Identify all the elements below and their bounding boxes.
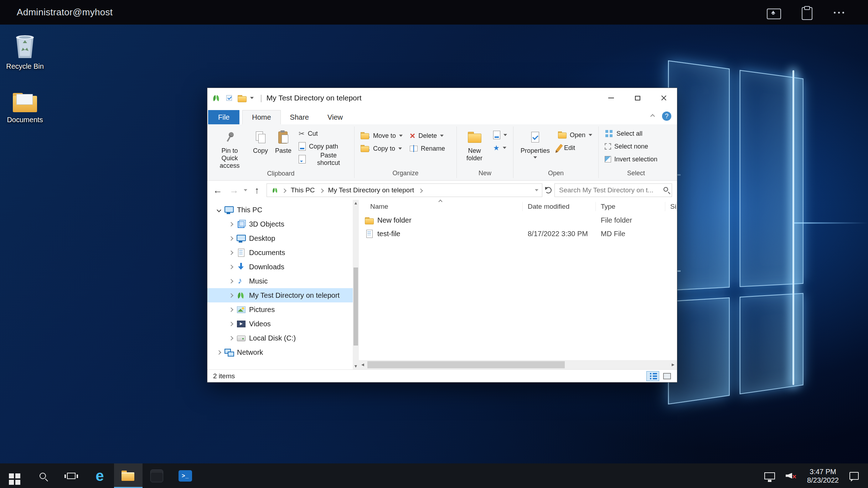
tree-item-documents[interactable]: Documents xyxy=(207,245,359,260)
horizontal-scrollbar-thumb[interactable] xyxy=(367,361,565,368)
tree-item-this-pc[interactable]: This PC xyxy=(207,203,359,217)
file-explorer-button[interactable] xyxy=(114,463,143,488)
select-none-button[interactable]: Select none xyxy=(601,140,651,153)
internet-explorer-button[interactable]: e xyxy=(86,463,114,488)
select-all-button[interactable]: Select all xyxy=(601,127,646,140)
refresh-icon[interactable] xyxy=(545,187,552,193)
properties-button[interactable]: Properties xyxy=(516,127,554,159)
new-folder-qat-icon[interactable] xyxy=(237,93,246,103)
edit-button[interactable]: Edit xyxy=(555,141,595,154)
minimize-button[interactable] xyxy=(598,88,624,108)
cut-button[interactable]: ✂ Cut xyxy=(295,127,351,140)
chevron-right-icon[interactable] xyxy=(229,322,233,326)
up-button[interactable]: ↑ xyxy=(250,185,264,196)
forward-button[interactable]: → xyxy=(227,185,241,196)
tree-item-videos[interactable]: Videos xyxy=(207,317,359,331)
tree-scrollbar[interactable]: ▲ ▼ xyxy=(353,200,359,369)
tab-share[interactable]: Share xyxy=(281,110,318,124)
close-button[interactable] xyxy=(651,88,677,108)
breadcrumb-current-folder[interactable]: My Test Directory on teleport xyxy=(326,186,416,194)
tree-item-music[interactable]: Music xyxy=(207,274,359,288)
column-header-size[interactable]: Size xyxy=(665,202,677,211)
maximize-button[interactable] xyxy=(624,88,651,108)
scroll-down-icon[interactable]: ▼ xyxy=(353,363,359,369)
properties-qat-icon[interactable] xyxy=(225,94,233,102)
new-folder-button[interactable]: New folder xyxy=(460,127,489,162)
action-center-icon[interactable] xyxy=(849,472,859,480)
chevron-right-icon[interactable] xyxy=(229,265,233,269)
breadcrumb[interactable]: This PC My Test Directory on teleport xyxy=(267,183,542,197)
share-folder-icon[interactable] xyxy=(767,6,781,19)
volume-muted-icon[interactable] xyxy=(786,472,796,480)
tree-item-downloads[interactable]: Downloads xyxy=(207,260,359,274)
chevron-right-icon[interactable] xyxy=(217,350,221,355)
copy-path-button[interactable]: Copy path xyxy=(295,140,351,153)
dark-app-button[interactable] xyxy=(143,463,171,488)
tree-item-my-test-directory[interactable]: My Test Directory on teleport xyxy=(207,288,359,302)
breadcrumb-chevron-icon[interactable] xyxy=(282,188,286,193)
remote-display-icon[interactable] xyxy=(764,472,775,479)
tab-file[interactable]: File xyxy=(208,110,239,124)
back-button[interactable]: ← xyxy=(211,185,224,196)
window-titlebar[interactable]: | My Test Directory on teleport xyxy=(207,88,677,108)
copy-to-button[interactable]: Copy to xyxy=(357,142,406,155)
chevron-right-icon[interactable] xyxy=(229,279,233,284)
tree-scrollbar-thumb[interactable] xyxy=(353,268,358,346)
start-button[interactable] xyxy=(0,463,29,488)
tab-view[interactable]: View xyxy=(318,110,352,124)
tree-item-local-disk-c[interactable]: Local Disk (C:) xyxy=(207,331,359,345)
taskbar-clock[interactable]: 3:47 PM 8/23/2022 xyxy=(807,467,839,484)
invert-selection-button[interactable]: Invert selection xyxy=(601,153,661,166)
tree-item-pictures[interactable]: Pictures xyxy=(207,302,359,317)
search-input[interactable] xyxy=(555,184,672,197)
breadcrumb-chevron-icon[interactable] xyxy=(319,188,324,193)
tab-home[interactable]: Home xyxy=(242,110,280,124)
search-icon[interactable] xyxy=(663,187,668,192)
desktop-icon-documents[interactable]: Documents xyxy=(0,93,50,124)
chevron-right-icon[interactable] xyxy=(229,293,233,298)
details-view-button[interactable] xyxy=(646,371,659,381)
tree-item-network[interactable]: Network xyxy=(207,345,359,359)
more-options-icon[interactable] xyxy=(832,6,847,19)
horizontal-scrollbar[interactable]: ◄ ► xyxy=(359,360,677,369)
clipboard-icon[interactable] xyxy=(800,6,814,19)
pin-to-quick-access-button[interactable]: Pin to Quick access xyxy=(210,127,249,170)
breadcrumb-chevron-icon[interactable] xyxy=(418,188,423,193)
chevron-right-icon[interactable] xyxy=(229,250,233,255)
copy-button[interactable]: Copy xyxy=(250,127,271,155)
paste-shortcut-button[interactable]: Paste shortcut xyxy=(295,153,351,166)
collapse-ribbon-icon[interactable] xyxy=(650,114,655,119)
paste-button[interactable]: Paste xyxy=(272,127,295,155)
chevron-right-icon[interactable] xyxy=(229,236,233,241)
address-dropdown-icon[interactable] xyxy=(535,189,538,191)
file-list[interactable]: New folder File folder test-file 8/17/20… xyxy=(359,213,677,360)
file-row-new-folder[interactable]: New folder File folder xyxy=(359,213,677,227)
column-header-date-modified[interactable]: Date modified xyxy=(523,202,596,211)
taskbar-search-button[interactable] xyxy=(29,463,57,488)
large-icons-view-button[interactable] xyxy=(661,371,673,381)
column-header-type[interactable]: Type xyxy=(596,202,665,211)
powershell-button[interactable]: >_ xyxy=(171,463,200,488)
scroll-right-icon[interactable]: ► xyxy=(669,360,677,369)
chevron-right-icon[interactable] xyxy=(229,336,233,341)
chevron-right-icon[interactable] xyxy=(229,222,233,227)
task-view-button[interactable] xyxy=(57,463,86,488)
new-item-button[interactable] xyxy=(490,129,510,141)
easy-access-button[interactable]: ★ xyxy=(490,141,510,154)
help-icon[interactable]: ? xyxy=(662,111,671,121)
column-header-name[interactable]: Name xyxy=(359,202,523,211)
tree-item-3d-objects[interactable]: 3D Objects xyxy=(207,217,359,231)
delete-button[interactable]: × Delete xyxy=(407,129,448,142)
chevron-expanded-icon[interactable] xyxy=(217,208,221,212)
scroll-up-icon[interactable]: ▲ xyxy=(353,200,359,206)
open-button[interactable]: Open xyxy=(555,129,595,141)
history-chevron-icon[interactable] xyxy=(244,189,247,191)
tree-item-desktop[interactable]: Desktop xyxy=(207,231,359,245)
breadcrumb-this-pc[interactable]: This PC xyxy=(289,186,317,194)
qat-customize-chevron-icon[interactable] xyxy=(250,97,254,99)
file-row-test-file[interactable]: test-file 8/17/2022 3:30 PM MD File xyxy=(359,227,677,240)
scroll-left-icon[interactable]: ◄ xyxy=(359,360,367,369)
move-to-button[interactable]: Move to xyxy=(357,129,406,142)
rename-button[interactable]: Rename xyxy=(407,142,448,155)
chevron-right-icon[interactable] xyxy=(229,307,233,312)
